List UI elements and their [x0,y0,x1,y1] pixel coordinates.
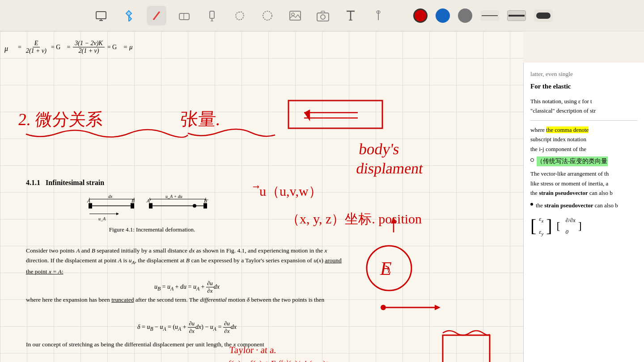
svg-point-11 [263,11,272,20]
sidebar-bullet1: （传统写法-应变的类向量 [530,156,637,166]
svg-text:A: A [87,198,90,203]
shape-tool-button[interactable] [258,6,277,25]
lasso-tool-button[interactable] [230,6,250,25]
sidebar-where-comma: where the comma denote subscript index n… [530,125,637,154]
sidebar-top-text: latter, even single [530,69,637,79]
matrix-right-bracket: ] [546,217,552,235]
matrix-separator: [ [557,217,560,235]
para2-text: where here the expansion has been trunca… [26,295,348,305]
equation-ub: uB = uA + du = uA + ∂u∂xdx [26,280,348,295]
mu-formula-label: μ [4,45,8,53]
svg-rect-0 [96,12,106,19]
svg-text:dx: dx [108,194,113,199]
matrix-bracket-right2: ] [578,217,582,235]
notebook-area[interactable]: μ = E 2(1 + ν) = G = 3(1 − 2ν)K [0,31,523,362]
para1-text: Consider two points A and B separated in… [26,246,348,277]
svg-text:A': A' [146,198,151,203]
section-heading: 4.1.1 Infinitesimal strain [26,179,104,187]
sidebar-bullet2: the strain pseudovector can also b [530,201,637,210]
matrix-col1: εx εy [538,214,544,238]
svg-text:u_A: u_A [98,216,106,221]
matrix-col2: ∂/∂x 0 [565,215,576,237]
svg-text:u_A + du: u_A + du [165,194,182,199]
matrix-cell-ey: εy [538,227,544,238]
sidebar-content: latter, even single For the elastic This… [530,69,637,238]
svg-rect-14 [317,13,329,21]
svg-rect-8 [210,11,214,18]
svg-point-35 [193,204,196,208]
textbook-content: μ = E 2(1 + ν) = G = 3(1 − 2ν)K [0,31,523,362]
figure-container: A B dx u_A [80,191,224,233]
bluetooth-icon [119,6,139,25]
sidebar-matrix: [ εx εy ] [ ∂/∂x 0 ] [530,214,637,238]
svg-rect-34 [149,203,153,209]
svg-line-4 [154,12,159,19]
bullet-circle-icon [530,158,534,162]
sidebar-bullet1-text: （传统写法-应变的类向量 [537,156,608,166]
para3-text: In our concept of stretching as being th… [26,340,348,349]
highlighter-tool-button[interactable] [202,6,222,25]
text-tool-button[interactable] [341,6,360,25]
equation-delta: δ = uB − uA = (uA + ∂u∂xdx) − uA = ∂u∂xd… [26,320,348,335]
svg-point-15 [321,15,325,19]
svg-rect-6 [179,13,189,20]
line-thin-button[interactable] [480,10,499,21]
figure-caption: Figure 4.1: Incremental deformation. [80,226,224,233]
formula-bulk-modulus: = 3(1 − 2ν)K 2(1 + ν) = G [67,40,117,55]
whiteboard-tool-button[interactable] [91,6,111,25]
sidebar-highlight-comma: the comma denote [546,126,589,133]
svg-text:B': B' [204,198,208,203]
svg-rect-36 [203,203,207,209]
color-gray-button[interactable] [458,8,472,23]
bullet-dot-icon [530,203,533,206]
eraser-tool-button[interactable] [174,6,194,25]
image-tool-button[interactable] [285,6,305,25]
formula-shear-modulus: = E 2(1 + ν) = G [18,40,60,55]
main-area: μ = E 2(1 + ν) = G = 3(1 − 2ν)K [0,31,644,362]
sidebar-para1: This notation, using ε for t "classical"… [530,97,637,116]
right-sidebar: latter, even single For the elastic This… [523,63,644,362]
sidebar-para3: The vector-like arrangement of th like s… [530,169,637,198]
color-blue-button[interactable] [436,8,450,23]
svg-marker-31 [116,213,119,215]
line-medium-button[interactable] [507,10,526,21]
camera-tool-button[interactable] [313,6,333,25]
sidebar-bullet2-text: the strain pseudovector can also b [536,201,618,210]
color-red-button[interactable] [413,8,428,23]
pen-tool-button[interactable] [147,6,166,25]
line-thick-button[interactable] [534,9,553,22]
svg-rect-23 [131,203,134,209]
sidebar-divider1 [530,120,637,121]
matrix-cell-ex: εx [538,214,544,225]
stylus-tool-button[interactable] [369,6,388,25]
matrix-cell-zero: 0 [565,227,570,237]
matrix-cell-dx: ∂/∂x [565,215,576,225]
formula-mu-equals: = μ [123,43,132,51]
svg-rect-22 [89,203,92,209]
matrix-left-bracket: [ [530,217,536,235]
toolbar [0,0,644,31]
sidebar-bold-strain: strain pseudovector [539,189,588,196]
sidebar-for-elastic: For the elastic [530,81,637,92]
